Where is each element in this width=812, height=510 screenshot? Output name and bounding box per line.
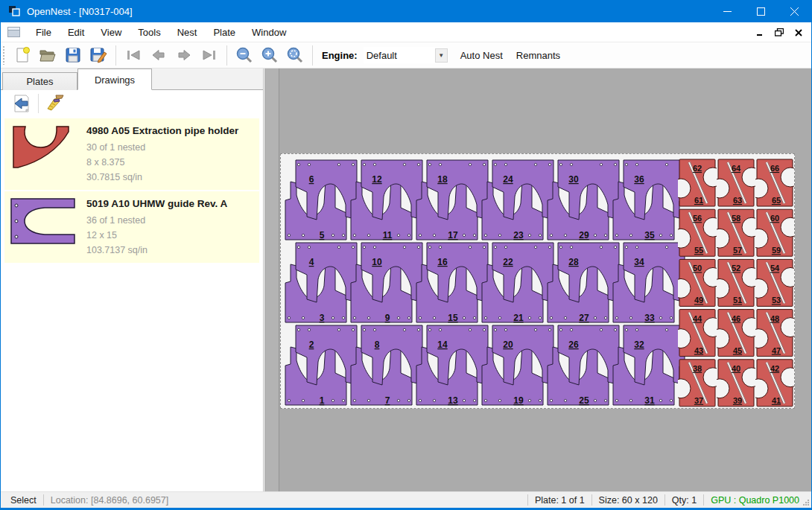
resize-grip[interactable] [802, 499, 810, 506]
menu-window[interactable]: Window [244, 23, 294, 42]
part-pair-42-41[interactable]: 4241 [749, 360, 794, 407]
part-pair-6-5[interactable]: 56 [285, 160, 357, 240]
part-number: 1 [320, 395, 325, 406]
menu-nest[interactable]: Nest [169, 23, 206, 42]
part-number: 27 [579, 313, 589, 323]
menu-tools[interactable]: Tools [130, 23, 168, 42]
list-item-drawing-2[interactable]: 5019 A10 UHMW guide Rev. A 36 of 1 neste… [4, 191, 259, 263]
part-pair-10-9[interactable]: 910 [351, 243, 422, 323]
list-item-drawing-1[interactable]: 4980 A05 Extraction pipe holder 30 of 1 … [4, 118, 259, 190]
part-pair-64-63[interactable]: 6463 [710, 159, 761, 206]
menu-view[interactable]: View [92, 23, 130, 42]
zoom-fit-icon [286, 46, 304, 64]
send-back-button[interactable] [10, 92, 34, 115]
content-area: Plates Drawings [1, 68, 811, 491]
nest-canvas[interactable]: 5634121112910781718151613142324212219202… [264, 68, 811, 491]
menu-edit[interactable]: Edit [60, 23, 92, 42]
part-pair-36-35[interactable]: 3536 [613, 160, 685, 240]
mdi-child-icon[interactable] [7, 27, 20, 37]
part-pair-60-59[interactable]: 6059 [749, 209, 794, 256]
status-mode: Select [10, 495, 37, 506]
status-separator [527, 494, 528, 506]
save-as-icon [89, 46, 107, 64]
last-plate-button[interactable] [197, 44, 222, 66]
plate-sheet[interactable]: 5634121112910781718151613142324212219202… [280, 153, 795, 409]
canvas-splitter[interactable] [264, 68, 279, 491]
part-pair-26-25[interactable]: 2526 [548, 325, 619, 406]
previous-plate-button[interactable] [146, 44, 171, 66]
part-pair-52-51[interactable]: 5251 [710, 259, 761, 306]
save-as-button[interactable] [86, 44, 111, 66]
zoom-out-button[interactable] [232, 44, 257, 66]
part-number: 57 [733, 246, 742, 255]
toolbar-grip[interactable] [2, 45, 5, 65]
part-pair-24-23[interactable]: 2324 [482, 160, 554, 240]
minimize-button[interactable] [711, 0, 744, 22]
part-number: 13 [448, 395, 458, 406]
toolbar-separator [226, 45, 227, 66]
part-number: 17 [448, 230, 458, 240]
part-pair-2-1[interactable]: 12 [285, 325, 357, 406]
mdi-close-button[interactable] [790, 25, 807, 40]
part-pair-8-7[interactable]: 78 [351, 325, 422, 406]
first-plate-button[interactable] [121, 44, 146, 66]
auto-nest-button[interactable]: Auto Nest [454, 45, 510, 66]
save-icon [64, 46, 82, 64]
part-pair-28-27[interactable]: 2728 [548, 243, 619, 323]
part-pair-66-65[interactable]: 6665 [749, 159, 794, 206]
tab-drawings[interactable]: Drawings [77, 68, 152, 90]
part-pair-4-3[interactable]: 34 [285, 243, 357, 323]
open-button[interactable] [35, 44, 60, 66]
part-pair-20-19[interactable]: 1920 [482, 325, 554, 406]
next-plate-button[interactable] [171, 44, 197, 66]
part-pair-22-21[interactable]: 2122 [482, 243, 554, 323]
part-number: 11 [383, 230, 393, 240]
app-icon [8, 5, 21, 18]
part-number: 32 [634, 340, 644, 350]
new-file-button[interactable] [10, 44, 35, 66]
part-pair-16-15[interactable]: 1516 [416, 243, 488, 323]
part-number: 38 [693, 364, 702, 373]
part-number: 30 [568, 174, 579, 185]
part-pair-40-39[interactable]: 4039 [710, 360, 761, 407]
part-number: 52 [732, 264, 740, 272]
remnants-button[interactable]: Remnants [510, 45, 567, 66]
status-separator [591, 494, 592, 506]
part-pair-48-47[interactable]: 4847 [749, 310, 794, 357]
part-pair-14-13[interactable]: 1314 [416, 325, 488, 406]
zoom-fit-button[interactable] [282, 44, 308, 66]
part-pair-12-11[interactable]: 1112 [351, 160, 422, 240]
zoom-in-button[interactable] [257, 44, 282, 66]
close-button[interactable] [778, 0, 811, 22]
maximize-button[interactable] [744, 0, 778, 22]
tab-plates[interactable]: Plates [2, 72, 77, 90]
engine-select[interactable]: Default [364, 47, 435, 63]
part-number: 58 [732, 214, 740, 223]
part-number: 5 [320, 230, 325, 240]
part-pair-32-31[interactable]: 3132 [613, 325, 685, 406]
part-pair-46-45[interactable]: 4645 [710, 310, 761, 357]
save-button[interactable] [60, 44, 86, 66]
part-number: 48 [770, 314, 779, 323]
menu-file[interactable]: File [28, 23, 60, 42]
part-pair-34-33[interactable]: 3334 [613, 243, 685, 323]
mdi-minimize-button[interactable] [752, 25, 768, 40]
part-pair-30-29[interactable]: 2930 [548, 160, 619, 240]
status-gpu: GPU : Quadro P1000 [711, 495, 799, 506]
part-number: 61 [694, 196, 703, 205]
mdi-restore-button[interactable] [771, 25, 787, 40]
part-number: 35 [644, 230, 655, 240]
part-number: 12 [372, 174, 382, 185]
menu-plate[interactable]: Plate [205, 23, 244, 42]
toolbar-separator [38, 94, 39, 113]
part-pair-18-17[interactable]: 1718 [416, 160, 488, 240]
clean-button[interactable] [43, 92, 67, 115]
part-number: 25 [579, 395, 589, 406]
part-number: 55 [694, 246, 703, 255]
menu-bar: File Edit View Tools Nest Plate Window [1, 22, 811, 42]
part-pair-58-57[interactable]: 5857 [710, 209, 761, 256]
engine-dropdown-arrow[interactable]: ▼ [435, 48, 448, 63]
part-number: 45 [733, 346, 742, 355]
part-pair-54-53[interactable]: 5453 [749, 259, 794, 306]
part-number: 18 [437, 174, 448, 185]
